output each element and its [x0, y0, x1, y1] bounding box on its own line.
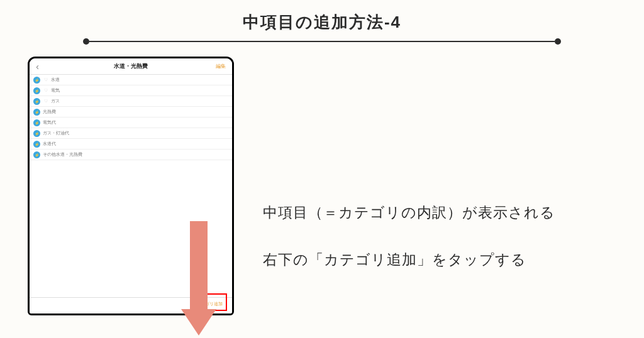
- arrow-icon: [181, 221, 216, 338]
- category-item[interactable]: ⚡光熱費: [30, 107, 232, 117]
- category-label: 電気: [51, 87, 60, 94]
- category-item[interactable]: ⚡その他水道・光熱費: [30, 150, 232, 160]
- page-title: 中項目の追加方法-4: [0, 11, 644, 33]
- category-icon: ⚡: [33, 77, 40, 84]
- divider-line: [89, 41, 555, 42]
- category-list: ⚡♡水道⚡♡電気⚡♡ガス⚡光熱費⚡電気代⚡ガス・灯油代⚡水道代⚡その他水道・光熱…: [30, 75, 232, 160]
- divider-dot-right: [555, 38, 561, 45]
- title-section: 中項目の追加方法-4: [0, 0, 644, 45]
- category-label: 水道代: [43, 141, 56, 147]
- description: 中項目（＝カテゴリの内訳）が表示される 右下の「カテゴリ追加」をタップする: [263, 201, 625, 295]
- category-label: 光熱費: [43, 109, 56, 115]
- edit-button[interactable]: 編集: [216, 63, 226, 70]
- category-item[interactable]: ⚡電気代: [30, 117, 232, 128]
- description-line-1: 中項目（＝カテゴリの内訳）が表示される: [263, 201, 625, 224]
- heart-icon: ♡: [43, 88, 48, 94]
- title-divider: [83, 38, 561, 45]
- arrow-stem: [190, 221, 208, 309]
- category-label: 電気代: [43, 119, 56, 126]
- phone-title: 水道・光熱費: [114, 62, 148, 70]
- phone-header: ‹ 水道・光熱費 編集: [30, 58, 232, 75]
- category-item[interactable]: ⚡♡電気: [30, 85, 232, 96]
- heart-icon: ♡: [43, 77, 48, 83]
- category-icon: ⚡: [33, 98, 40, 105]
- heart-icon: ♡: [43, 99, 48, 104]
- category-item[interactable]: ⚡♡ガス: [30, 96, 232, 107]
- content-area: ‹ 水道・光熱費 編集 ⚡♡水道⚡♡電気⚡♡ガス⚡光熱費⚡電気代⚡ガス・灯油代⚡…: [0, 57, 644, 338]
- category-icon: ⚡: [33, 141, 40, 148]
- category-label: ガス・灯油代: [43, 130, 69, 136]
- category-icon: ⚡: [33, 87, 40, 94]
- category-item[interactable]: ⚡ガス・灯油代: [30, 128, 232, 139]
- category-label: その他水道・光熱費: [43, 151, 82, 158]
- category-icon: ⚡: [33, 119, 40, 126]
- arrow-head: [181, 309, 216, 335]
- divider-dot-left: [83, 38, 89, 45]
- category-item[interactable]: ⚡水道代: [30, 139, 232, 150]
- description-line-2: 右下の「カテゴリ追加」をタップする: [263, 248, 625, 271]
- category-item[interactable]: ⚡♡水道: [30, 75, 232, 85]
- category-icon: ⚡: [33, 109, 40, 116]
- category-label: ガス: [51, 98, 60, 104]
- back-icon[interactable]: ‹: [36, 61, 39, 72]
- category-icon: ⚡: [33, 130, 40, 137]
- category-icon: ⚡: [33, 151, 40, 158]
- category-label: 水道: [51, 77, 60, 83]
